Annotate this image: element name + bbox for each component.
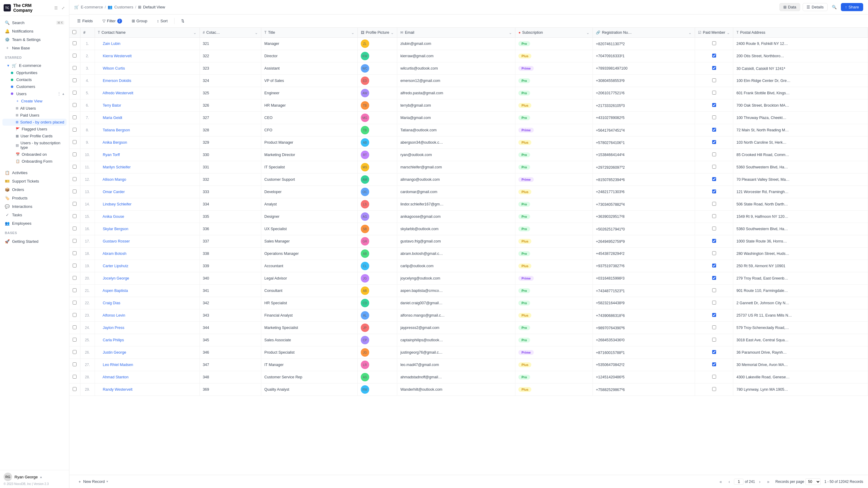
sidebar-item-users-by-subscription[interactable]: ▤ Users - by subscription type	[2, 139, 67, 151]
row-checkbox[interactable]	[73, 202, 76, 206]
toolbar-extra-btn[interactable]: ⇅	[178, 17, 187, 25]
page-number-input[interactable]	[734, 479, 744, 485]
users-collapse-icon[interactable]: ▴	[62, 92, 64, 96]
th-email-sort-icon[interactable]: ⌄	[509, 30, 512, 35]
paid-member-checkbox[interactable]	[712, 276, 716, 280]
sidebar-item-create-view[interactable]: ＋ Create View	[2, 97, 67, 105]
row-checkbox[interactable]	[73, 301, 76, 304]
contact-name-link[interactable]: Leo Rhiel Madsen	[103, 363, 133, 367]
users-more-icon[interactable]: ⋮	[57, 91, 61, 96]
row-checkbox[interactable]	[73, 325, 76, 329]
contact-name-link[interactable]: Marilyn Schleifer	[103, 165, 130, 169]
contact-name-link[interactable]: Carla Philips	[103, 338, 124, 342]
contact-name-link[interactable]: Wilson Curtis	[103, 66, 125, 70]
paid-member-checkbox[interactable]	[712, 116, 716, 119]
row-checkbox[interactable]	[73, 387, 76, 391]
sidebar-item-orders[interactable]: 📦 Orders	[2, 185, 67, 194]
paid-member-checkbox[interactable]	[712, 66, 716, 70]
th-reg-num[interactable]: 🔗 Registration Nu… ⌄	[593, 28, 695, 38]
sidebar-item-notifications[interactable]: 🔔 Notifications	[2, 27, 67, 35]
paid-member-checkbox[interactable]	[712, 375, 716, 379]
sidebar-item-flagged-users[interactable]: 🚩 Flagged Users	[2, 126, 67, 133]
user-expand-icon[interactable]: ▴	[40, 475, 42, 479]
paid-member-checkbox[interactable]	[712, 301, 716, 304]
th-cotac-sort-icon[interactable]: ⌄	[255, 30, 258, 35]
sidebar-item-paid-users[interactable]: ⊞ Paid Users	[2, 112, 67, 119]
contact-name-link[interactable]: Craig Dias	[103, 301, 120, 305]
row-checkbox[interactable]	[73, 375, 76, 379]
row-checkbox[interactable]	[73, 153, 76, 156]
paid-member-checkbox[interactable]	[712, 78, 716, 82]
sidebar-item-search[interactable]: 🔍 Search ⌘ K	[2, 19, 67, 27]
sidebar-item-getting-started[interactable]: 🚀 Getting Started	[2, 237, 67, 246]
tab-details[interactable]: ☰ Details	[803, 3, 828, 11]
share-button[interactable]: ↑ Share	[841, 3, 863, 11]
topbar-search-btn[interactable]: 🔍	[830, 3, 838, 11]
row-checkbox[interactable]	[73, 264, 76, 267]
paid-member-checkbox[interactable]	[712, 350, 716, 354]
contact-name-link[interactable]: Skylar Bergson	[103, 227, 128, 231]
th-title[interactable]: T Title ⌄	[261, 28, 358, 38]
contact-name-link[interactable]: Kierra Westervelt	[103, 54, 132, 58]
th-profile-sort-icon[interactable]: ⌄	[391, 30, 394, 35]
contact-name-link[interactable]: Terry Bator	[103, 103, 121, 107]
row-checkbox[interactable]	[73, 41, 76, 45]
sidebar-item-onboarding-form[interactable]: 📋 Onboarding Form	[2, 158, 67, 165]
contact-name-link[interactable]: Allison Mango	[102, 177, 126, 182]
contact-name-link[interactable]: Jocelyn George	[103, 276, 129, 281]
row-checkbox[interactable]	[73, 66, 76, 70]
sidebar-item-employees[interactable]: 👥 Employees	[2, 219, 67, 227]
row-checkbox[interactable]	[73, 78, 76, 82]
paid-member-checkbox[interactable]	[712, 313, 716, 317]
sidebar-item-sorted-by-orders[interactable]: ⊞ Sorted - by orders placed	[2, 119, 67, 126]
paid-member-checkbox[interactable]	[712, 103, 716, 107]
paid-member-checkbox[interactable]	[712, 288, 716, 292]
row-checkbox[interactable]	[73, 128, 76, 132]
row-checkbox[interactable]	[73, 313, 76, 317]
contact-name-link[interactable]: Justin George	[103, 350, 126, 355]
contact-name-link[interactable]: Emerson Dokidis	[103, 78, 131, 83]
fields-button[interactable]: ☰ Fields	[74, 17, 96, 25]
contact-name-link[interactable]: Abram Botosh	[102, 252, 126, 256]
sidebar-item-users[interactable]: Users ⋮ ▴	[2, 90, 67, 97]
th-profile-pic[interactable]: 🖼 Profile Picture ⌄	[358, 28, 397, 38]
paid-member-checkbox[interactable]	[712, 41, 716, 45]
row-checkbox[interactable]	[73, 239, 76, 243]
paid-member-checkbox[interactable]	[712, 214, 716, 218]
th-sub-sort-icon[interactable]: ⌄	[586, 30, 590, 35]
row-checkbox[interactable]	[73, 251, 76, 255]
paid-member-checkbox[interactable]	[712, 190, 716, 193]
th-contact-name[interactable]: T Contact Name ⌄	[95, 28, 199, 38]
paid-member-checkbox[interactable]	[712, 202, 716, 206]
th-paid-sort-icon[interactable]: ⌄	[727, 30, 730, 35]
sidebar-item-onboarded-on[interactable]: 📅 Onboarded on	[2, 151, 67, 158]
row-checkbox[interactable]	[73, 91, 76, 95]
contact-name-link[interactable]: Lindsey Schleifer	[103, 202, 131, 206]
contact-name-link[interactable]: Zain Lubin	[103, 41, 120, 46]
contact-name-link[interactable]: Ryan Torff	[103, 153, 120, 157]
contact-name-link[interactable]: Jaylon Press	[103, 326, 124, 330]
sidebar-item-activities[interactable]: 📋 Activities	[2, 168, 67, 177]
row-checkbox[interactable]	[73, 190, 76, 193]
sidebar-item-support-tickets[interactable]: 🎫 Support Tickets	[2, 177, 67, 185]
sidebar-item-tasks[interactable]: ✓ Tasks	[2, 210, 67, 219]
sort-button[interactable]: ↕ Sort	[154, 17, 170, 25]
paid-member-checkbox[interactable]	[712, 140, 716, 144]
sidebar-item-ecommerce[interactable]: ▾ 🛒 E-commerce	[2, 62, 67, 69]
user-info[interactable]: RG Ryan George ▴	[4, 473, 65, 481]
sidebar-toggle-icon[interactable]: ☰	[54, 5, 59, 11]
th-paid-member[interactable]: ☑ Paid Member ⌄	[695, 28, 733, 38]
sidebar-item-opportunities[interactable]: Opprtunities	[2, 69, 67, 76]
row-checkbox[interactable]	[73, 288, 76, 292]
contact-name-link[interactable]: Anika Gouse	[102, 215, 124, 219]
row-checkbox[interactable]	[73, 227, 76, 230]
row-checkbox[interactable]	[73, 362, 76, 366]
sidebar-item-all-users[interactable]: ⊞ All Users	[2, 105, 67, 112]
sidebar-item-contacts[interactable]: Contacts	[2, 76, 67, 83]
contact-name-link[interactable]: Carter Lipshutz	[103, 264, 128, 268]
row-checkbox[interactable]	[73, 165, 76, 169]
paid-member-checkbox[interactable]	[712, 387, 716, 391]
paid-member-checkbox[interactable]	[712, 362, 716, 366]
contact-name-link[interactable]: Ahmad Stanton	[102, 375, 128, 379]
contact-name-link[interactable]: Tatiana Bergson	[103, 128, 130, 132]
